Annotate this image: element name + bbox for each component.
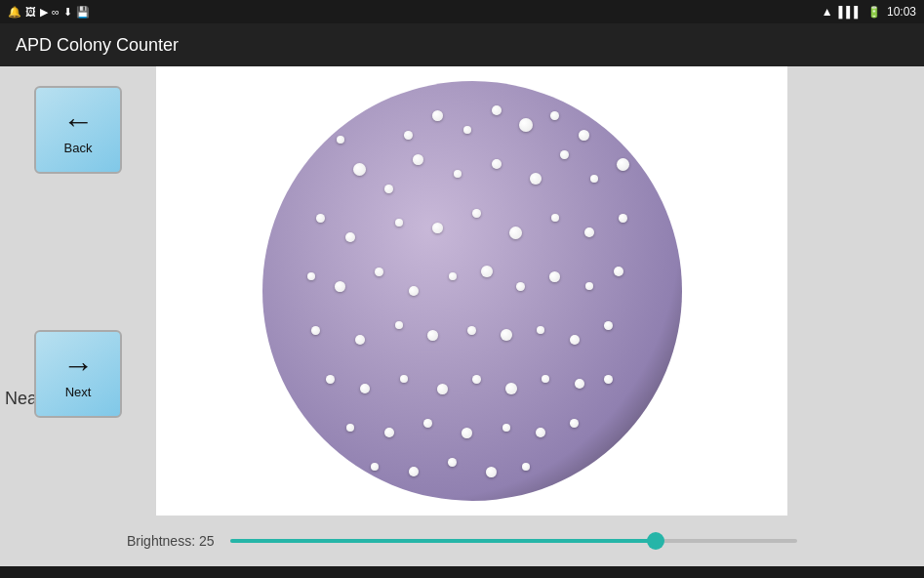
colony-dot bbox=[585, 282, 593, 290]
colony-dot bbox=[570, 419, 579, 428]
colony-dot bbox=[467, 326, 476, 335]
colony-dot bbox=[375, 268, 383, 276]
colony-dot bbox=[579, 130, 589, 141]
sd-icon: 💾 bbox=[76, 6, 90, 19]
colony-dot bbox=[432, 223, 443, 233]
colony-dot bbox=[423, 419, 432, 428]
colony-dot bbox=[395, 219, 403, 227]
colony-dot bbox=[492, 159, 502, 169]
right-panel bbox=[787, 66, 924, 516]
image-icon: 🖼 bbox=[25, 6, 36, 18]
colony-dot bbox=[472, 209, 481, 218]
next-arrow-icon: → bbox=[62, 350, 94, 381]
back-arrow-icon: ← bbox=[62, 105, 94, 137]
colony-dot bbox=[536, 428, 545, 437]
colony-dot bbox=[345, 232, 355, 242]
colony-dot bbox=[316, 214, 325, 223]
media-icon: ▶ bbox=[40, 6, 48, 19]
colony-dot bbox=[551, 214, 559, 222]
colony-dot bbox=[549, 271, 560, 282]
colony-dot bbox=[492, 105, 502, 115]
colony-dot bbox=[481, 266, 493, 277]
colony-dot bbox=[501, 329, 512, 341]
colony-dot bbox=[335, 281, 345, 292]
colony-dot bbox=[404, 131, 413, 140]
status-left-icons: 🔔 🖼 ▶ ∞ ⬇ 💾 bbox=[8, 6, 90, 19]
colony-dot bbox=[537, 326, 544, 334]
navigation-bar: ↩ ⌂ ⬜ bbox=[0, 566, 924, 578]
notification-icon: 🔔 bbox=[8, 6, 21, 19]
colony-dot bbox=[307, 272, 315, 280]
colony-dot bbox=[400, 375, 408, 383]
colony-dot bbox=[502, 424, 510, 432]
status-bar: 🔔 🖼 ▶ ∞ ⬇ 💾 ▲ ▌▌▌ 🔋 10:03 bbox=[0, 0, 924, 23]
colony-dot bbox=[570, 335, 580, 345]
brightness-track bbox=[230, 539, 798, 543]
back-label: Back bbox=[64, 141, 93, 155]
colony-dot bbox=[550, 111, 559, 120]
title-bar: APD Colony Counter bbox=[0, 23, 924, 66]
colony-dot bbox=[463, 126, 471, 134]
colony-dot bbox=[413, 154, 423, 165]
colony-dot bbox=[516, 282, 525, 291]
brightness-slider[interactable] bbox=[230, 531, 798, 551]
colony-dot bbox=[575, 379, 584, 389]
main-content: ← Back Neat → Next bbox=[0, 66, 924, 516]
colony-dot bbox=[346, 424, 354, 432]
image-area bbox=[156, 66, 787, 516]
colony-dot bbox=[395, 321, 403, 329]
colony-dot bbox=[409, 467, 419, 476]
petri-dish bbox=[262, 81, 682, 501]
colony-dot bbox=[311, 326, 320, 335]
colony-dot bbox=[505, 383, 517, 394]
colony-dot bbox=[437, 384, 448, 394]
extra-icon: ∞ bbox=[52, 6, 60, 18]
recents-nav-button[interactable]: ⬜ bbox=[571, 573, 636, 578]
colony-dot bbox=[427, 330, 438, 341]
colony-dot bbox=[432, 110, 443, 121]
brightness-label: Brightness: 25 bbox=[127, 533, 215, 549]
colony-dot bbox=[560, 150, 569, 159]
wifi-icon: ▲ bbox=[822, 5, 833, 19]
colony-dot bbox=[530, 173, 542, 185]
left-panel: ← Back Neat → Next bbox=[0, 66, 156, 516]
colony-dot bbox=[353, 163, 366, 176]
colony-dot bbox=[590, 175, 598, 183]
next-label: Next bbox=[65, 385, 92, 399]
colony-dot bbox=[614, 267, 623, 276]
back-button[interactable]: ← Back bbox=[34, 86, 122, 174]
colony-dot bbox=[337, 136, 344, 144]
signal-icon: ▌▌▌ bbox=[839, 6, 862, 18]
colony-dot bbox=[462, 428, 472, 438]
colony-dot bbox=[619, 214, 627, 223]
colony-dot bbox=[448, 458, 457, 467]
download-icon: ⬇ bbox=[63, 6, 72, 19]
next-button[interactable]: → Next bbox=[34, 330, 122, 418]
colony-dot bbox=[604, 321, 613, 330]
colony-dot bbox=[384, 185, 393, 193]
brightness-fill bbox=[230, 539, 656, 543]
colony-dot bbox=[449, 272, 457, 280]
colony-dot bbox=[384, 428, 394, 437]
time-display: 10:03 bbox=[887, 5, 916, 19]
colony-dot bbox=[519, 118, 533, 132]
colony-dot bbox=[584, 227, 594, 237]
colony-dot bbox=[604, 375, 613, 384]
colony-dot bbox=[355, 335, 365, 345]
brightness-thumb[interactable] bbox=[647, 532, 664, 550]
colony-dot bbox=[617, 158, 629, 171]
colony-dot bbox=[409, 286, 419, 296]
colony-dot bbox=[486, 467, 497, 477]
colony-dot bbox=[542, 375, 549, 383]
back-nav-button[interactable]: ↩ bbox=[93, 573, 149, 578]
app-title: APD Colony Counter bbox=[16, 35, 179, 56]
colony-dot bbox=[454, 170, 462, 178]
home-nav-button[interactable]: ⌂ bbox=[335, 573, 386, 578]
colony-dot bbox=[522, 463, 530, 471]
colony-dot bbox=[371, 463, 379, 471]
colony-dot bbox=[472, 375, 481, 384]
colony-dot bbox=[509, 227, 522, 239]
colony-dot bbox=[326, 375, 335, 384]
colony-dot bbox=[360, 384, 370, 393]
bottom-bar: Brightness: 25 bbox=[0, 516, 924, 566]
